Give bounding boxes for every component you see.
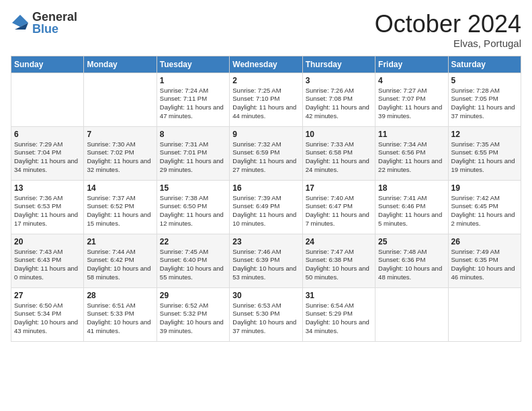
day-cell: 20Sunrise: 7:43 AM Sunset: 6:43 PM Dayli… bbox=[11, 234, 84, 287]
day-info: Sunrise: 7:29 AM Sunset: 7:04 PM Dayligh… bbox=[14, 140, 81, 175]
day-info: Sunrise: 6:50 AM Sunset: 5:34 PM Dayligh… bbox=[14, 302, 81, 336]
week-row-2: 6Sunrise: 7:29 AM Sunset: 7:04 PM Daylig… bbox=[11, 126, 521, 180]
day-cell: 2Sunrise: 7:25 AM Sunset: 7:10 PM Daylig… bbox=[230, 73, 302, 126]
day-cell: 15Sunrise: 7:38 AM Sunset: 6:50 PM Dayli… bbox=[157, 180, 229, 234]
day-number: 26 bbox=[451, 237, 518, 246]
day-info: Sunrise: 6:51 AM Sunset: 5:33 PM Dayligh… bbox=[87, 302, 153, 336]
day-number: 19 bbox=[451, 183, 518, 193]
day-info: Sunrise: 7:42 AM Sunset: 6:45 PM Dayligh… bbox=[451, 194, 518, 228]
day-number: 6 bbox=[14, 130, 81, 139]
day-info: Sunrise: 7:46 AM Sunset: 6:39 PM Dayligh… bbox=[232, 248, 299, 282]
day-cell: 9Sunrise: 7:32 AM Sunset: 6:59 PM Daylig… bbox=[230, 126, 302, 180]
day-info: Sunrise: 7:30 AM Sunset: 7:02 PM Dayligh… bbox=[87, 140, 153, 175]
day-cell: 29Sunrise: 6:52 AM Sunset: 5:32 PM Dayli… bbox=[157, 287, 229, 341]
day-cell: 31Sunrise: 6:54 AM Sunset: 5:29 PM Dayli… bbox=[302, 287, 375, 341]
day-cell: 25Sunrise: 7:48 AM Sunset: 6:36 PM Dayli… bbox=[375, 234, 448, 287]
week-row-5: 27Sunrise: 6:50 AM Sunset: 5:34 PM Dayli… bbox=[11, 287, 521, 341]
day-cell: 11Sunrise: 7:34 AM Sunset: 6:56 PM Dayli… bbox=[375, 126, 448, 180]
logo-text: General Blue bbox=[32, 11, 77, 35]
day-info: Sunrise: 7:35 AM Sunset: 6:55 PM Dayligh… bbox=[451, 140, 518, 175]
day-number: 21 bbox=[87, 237, 153, 246]
day-number: 3 bbox=[306, 76, 372, 85]
location: Elvas, Portugal bbox=[375, 38, 521, 49]
logo-blue: Blue bbox=[32, 23, 77, 35]
logo-general: General bbox=[32, 11, 77, 23]
header-cell-saturday: Saturday bbox=[448, 56, 521, 73]
header-cell-sunday: Sunday bbox=[11, 56, 84, 73]
day-number: 27 bbox=[14, 291, 81, 300]
day-number: 13 bbox=[14, 183, 81, 193]
day-number: 1 bbox=[160, 76, 226, 85]
header-cell-tuesday: Tuesday bbox=[157, 56, 229, 73]
day-number: 4 bbox=[378, 76, 445, 85]
day-number: 2 bbox=[232, 76, 299, 85]
day-cell: 1Sunrise: 7:24 AM Sunset: 7:11 PM Daylig… bbox=[157, 73, 229, 126]
day-info: Sunrise: 7:45 AM Sunset: 6:40 PM Dayligh… bbox=[160, 248, 226, 282]
day-number: 5 bbox=[451, 76, 518, 85]
day-number: 14 bbox=[87, 183, 153, 193]
day-number: 9 bbox=[232, 130, 299, 139]
day-cell: 7Sunrise: 7:30 AM Sunset: 7:02 PM Daylig… bbox=[84, 126, 157, 180]
header-cell-friday: Friday bbox=[375, 56, 448, 73]
day-info: Sunrise: 7:43 AM Sunset: 6:43 PM Dayligh… bbox=[14, 248, 81, 282]
day-number: 23 bbox=[232, 237, 299, 246]
header: General Blue October 2024 Elvas, Portuga… bbox=[11, 11, 521, 49]
day-cell: 3Sunrise: 7:26 AM Sunset: 7:08 PM Daylig… bbox=[302, 73, 375, 126]
day-cell: 26Sunrise: 7:49 AM Sunset: 6:35 PM Dayli… bbox=[448, 234, 521, 287]
day-info: Sunrise: 6:53 AM Sunset: 5:30 PM Dayligh… bbox=[232, 302, 299, 336]
day-cell: 10Sunrise: 7:33 AM Sunset: 6:58 PM Dayli… bbox=[302, 126, 375, 180]
day-cell: 18Sunrise: 7:41 AM Sunset: 6:46 PM Dayli… bbox=[375, 180, 448, 234]
day-cell: 24Sunrise: 7:47 AM Sunset: 6:38 PM Dayli… bbox=[302, 234, 375, 287]
day-number: 22 bbox=[160, 237, 226, 246]
day-info: Sunrise: 7:49 AM Sunset: 6:35 PM Dayligh… bbox=[451, 248, 518, 282]
day-number: 25 bbox=[378, 237, 445, 246]
day-cell: 6Sunrise: 7:29 AM Sunset: 7:04 PM Daylig… bbox=[11, 126, 84, 180]
day-number: 15 bbox=[160, 183, 226, 193]
title-block: October 2024 Elvas, Portugal bbox=[375, 11, 521, 49]
day-number: 8 bbox=[160, 130, 226, 139]
day-number: 18 bbox=[378, 183, 445, 193]
day-cell: 28Sunrise: 6:51 AM Sunset: 5:33 PM Dayli… bbox=[84, 287, 157, 341]
day-info: Sunrise: 7:25 AM Sunset: 7:10 PM Dayligh… bbox=[232, 87, 299, 121]
day-cell bbox=[448, 287, 521, 341]
day-info: Sunrise: 7:48 AM Sunset: 6:36 PM Dayligh… bbox=[378, 248, 445, 282]
day-info: Sunrise: 7:39 AM Sunset: 6:49 PM Dayligh… bbox=[232, 194, 299, 228]
day-info: Sunrise: 7:37 AM Sunset: 6:52 PM Dayligh… bbox=[87, 194, 153, 228]
day-info: Sunrise: 7:33 AM Sunset: 6:58 PM Dayligh… bbox=[306, 140, 372, 175]
day-cell: 23Sunrise: 7:46 AM Sunset: 6:39 PM Dayli… bbox=[230, 234, 302, 287]
day-cell: 30Sunrise: 6:53 AM Sunset: 5:30 PM Dayli… bbox=[230, 287, 302, 341]
day-cell: 12Sunrise: 7:35 AM Sunset: 6:55 PM Dayli… bbox=[448, 126, 521, 180]
week-row-1: 1Sunrise: 7:24 AM Sunset: 7:11 PM Daylig… bbox=[11, 73, 521, 126]
day-cell: 16Sunrise: 7:39 AM Sunset: 6:49 PM Dayli… bbox=[230, 180, 302, 234]
day-cell bbox=[375, 287, 448, 341]
day-cell: 19Sunrise: 7:42 AM Sunset: 6:45 PM Dayli… bbox=[448, 180, 521, 234]
day-number: 7 bbox=[87, 130, 153, 139]
day-number: 29 bbox=[160, 291, 226, 300]
day-info: Sunrise: 7:32 AM Sunset: 6:59 PM Dayligh… bbox=[232, 140, 299, 175]
day-info: Sunrise: 6:52 AM Sunset: 5:32 PM Dayligh… bbox=[160, 302, 226, 336]
day-number: 20 bbox=[14, 237, 81, 246]
day-info: Sunrise: 7:26 AM Sunset: 7:08 PM Dayligh… bbox=[306, 87, 372, 121]
day-info: Sunrise: 7:38 AM Sunset: 6:50 PM Dayligh… bbox=[160, 194, 226, 228]
logo-icon bbox=[11, 13, 30, 32]
day-info: Sunrise: 7:34 AM Sunset: 6:56 PM Dayligh… bbox=[378, 140, 445, 175]
day-cell: 14Sunrise: 7:37 AM Sunset: 6:52 PM Dayli… bbox=[84, 180, 157, 234]
day-info: Sunrise: 7:40 AM Sunset: 6:47 PM Dayligh… bbox=[306, 194, 372, 228]
day-number: 24 bbox=[306, 237, 372, 246]
day-number: 31 bbox=[306, 291, 372, 300]
day-info: Sunrise: 7:28 AM Sunset: 7:05 PM Dayligh… bbox=[451, 87, 518, 121]
day-cell bbox=[11, 73, 84, 126]
day-number: 11 bbox=[378, 130, 445, 139]
day-cell: 21Sunrise: 7:44 AM Sunset: 6:42 PM Dayli… bbox=[84, 234, 157, 287]
header-cell-thursday: Thursday bbox=[302, 56, 375, 73]
header-cell-monday: Monday bbox=[84, 56, 157, 73]
day-cell: 4Sunrise: 7:27 AM Sunset: 7:07 PM Daylig… bbox=[375, 73, 448, 126]
day-number: 17 bbox=[306, 183, 372, 193]
day-cell: 27Sunrise: 6:50 AM Sunset: 5:34 PM Dayli… bbox=[11, 287, 84, 341]
calendar-table: SundayMondayTuesdayWednesdayThursdayFrid… bbox=[11, 56, 521, 342]
day-info: Sunrise: 7:41 AM Sunset: 6:46 PM Dayligh… bbox=[378, 194, 445, 228]
day-info: Sunrise: 7:36 AM Sunset: 6:53 PM Dayligh… bbox=[14, 194, 81, 228]
day-cell bbox=[84, 73, 157, 126]
page: General Blue October 2024 Elvas, Portuga… bbox=[0, 0, 532, 411]
day-info: Sunrise: 7:27 AM Sunset: 7:07 PM Dayligh… bbox=[378, 87, 445, 121]
